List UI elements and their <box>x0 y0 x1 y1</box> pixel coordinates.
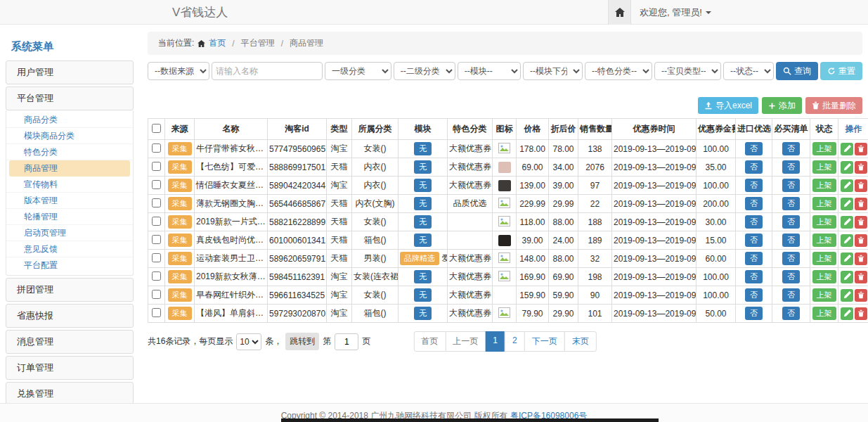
status-toggle[interactable]: 上架 <box>812 270 836 283</box>
filter-select[interactable]: --特色分类-- <box>585 62 652 80</box>
filter-select[interactable]: --二级分类-- <box>394 62 455 80</box>
breadcrumb-home-link[interactable]: 首页 <box>209 37 226 49</box>
sidebar-subitem[interactable]: 平台配置 <box>6 257 133 274</box>
edit-button[interactable] <box>841 198 853 210</box>
page-button[interactable]: 末页 <box>564 331 597 352</box>
row-checkbox[interactable] <box>152 180 161 189</box>
sidebar-item[interactable]: 用户管理 <box>6 60 134 84</box>
sidebar-subitem[interactable]: 商品管理 <box>9 160 130 177</box>
name-search-input[interactable] <box>212 62 323 80</box>
import-pick-toggle[interactable]: 否 <box>745 215 763 229</box>
row-checkbox[interactable] <box>152 217 161 226</box>
import-pick-toggle[interactable]: 否 <box>745 160 763 174</box>
import-pick-toggle[interactable]: 否 <box>745 197 763 210</box>
delete-button[interactable] <box>855 161 867 174</box>
sidebar-subitem[interactable]: 宣传物料 <box>6 177 133 193</box>
row-checkbox[interactable] <box>152 271 161 281</box>
page-button[interactable]: 1 <box>485 331 505 352</box>
row-checkbox[interactable] <box>152 162 161 171</box>
sidebar-subitem[interactable]: 特色分类 <box>6 144 133 160</box>
edit-button[interactable] <box>841 307 853 320</box>
import-pick-toggle[interactable]: 否 <box>745 179 763 192</box>
row-checkbox[interactable] <box>152 143 161 153</box>
jump-page-input[interactable] <box>335 333 358 350</box>
page-button[interactable]: 2 <box>505 331 525 352</box>
status-toggle[interactable]: 上架 <box>812 179 836 192</box>
sidebar-item[interactable]: 消息管理 <box>6 330 134 354</box>
select-all-checkbox[interactable] <box>152 124 161 133</box>
sidebar-subitem[interactable]: 模块商品分类 <box>6 128 133 144</box>
status-toggle[interactable]: 上架 <box>812 252 836 265</box>
must-buy-toggle[interactable]: 否 <box>782 215 800 229</box>
edit-button[interactable] <box>841 143 853 155</box>
sidebar-subitem[interactable]: 意见反馈 <box>6 241 133 257</box>
import-pick-toggle[interactable]: 否 <box>745 252 763 265</box>
delete-button[interactable] <box>855 179 867 192</box>
must-buy-toggle[interactable]: 否 <box>782 288 800 302</box>
edit-button[interactable] <box>841 271 853 283</box>
jump-button[interactable]: 跳转到 <box>285 333 319 350</box>
delete-button[interactable] <box>855 271 867 283</box>
sidebar-subitem[interactable]: 轮播管理 <box>6 209 133 225</box>
must-buy-toggle[interactable]: 否 <box>782 234 800 247</box>
batch-delete-button[interactable]: 批量删除 <box>805 97 862 114</box>
status-toggle[interactable]: 上架 <box>812 288 836 302</box>
import-pick-toggle[interactable]: 否 <box>745 270 763 283</box>
status-toggle[interactable]: 上架 <box>812 197 836 210</box>
page-button[interactable]: 上一页 <box>445 331 486 352</box>
sidebar-item[interactable]: 平台管理 <box>6 87 134 110</box>
edit-button[interactable] <box>841 289 853 302</box>
sidebar-subitem[interactable]: 启动页管理 <box>6 225 133 241</box>
import-pick-toggle[interactable]: 否 <box>745 142 763 155</box>
edit-button[interactable] <box>841 179 853 192</box>
delete-button[interactable] <box>855 198 867 210</box>
row-checkbox[interactable] <box>152 290 161 299</box>
filter-select[interactable]: --宝贝类型-- <box>654 62 721 80</box>
import-pick-toggle[interactable]: 否 <box>745 307 763 320</box>
status-toggle[interactable]: 上架 <box>812 307 836 320</box>
edit-button[interactable] <box>841 216 853 229</box>
sidebar-item[interactable]: 订单管理 <box>6 356 134 380</box>
delete-button[interactable] <box>855 216 867 229</box>
must-buy-toggle[interactable]: 否 <box>782 270 800 283</box>
add-button[interactable]: 添加 <box>762 97 802 114</box>
sidebar-subitem[interactable]: 版本管理 <box>6 193 133 209</box>
row-checkbox[interactable] <box>152 198 161 207</box>
filter-select[interactable]: --模块下分类-- <box>523 62 583 80</box>
status-toggle[interactable]: 上架 <box>812 234 836 247</box>
filter-select[interactable]: --数据来源-- <box>148 62 209 80</box>
must-buy-toggle[interactable]: 否 <box>782 197 800 210</box>
sidebar-item[interactable]: 兑换管理 <box>6 382 134 406</box>
sidebar-item[interactable]: 省惠快报 <box>6 304 134 328</box>
status-toggle[interactable]: 上架 <box>812 160 836 174</box>
row-checkbox[interactable] <box>152 253 161 262</box>
must-buy-toggle[interactable]: 否 <box>782 160 800 174</box>
must-buy-toggle[interactable]: 否 <box>782 179 800 192</box>
row-checkbox[interactable] <box>152 235 161 244</box>
reset-button[interactable]: 重置 <box>820 62 862 80</box>
sidebar-subitem[interactable]: 商品分类 <box>6 112 133 128</box>
user-menu[interactable]: 欢迎您, 管理员! <box>631 0 711 25</box>
filter-select[interactable]: --状态-- <box>723 62 774 80</box>
delete-button[interactable] <box>855 143 867 155</box>
delete-button[interactable] <box>855 234 867 247</box>
status-toggle[interactable]: 上架 <box>812 142 836 155</box>
import-excel-button[interactable]: 导入excel <box>698 97 758 114</box>
page-size-select[interactable]: 10 <box>236 333 261 350</box>
filter-select[interactable]: --模块-- <box>458 62 521 80</box>
home-button[interactable] <box>608 0 631 25</box>
delete-button[interactable] <box>855 289 867 302</box>
import-pick-toggle[interactable]: 否 <box>745 234 763 247</box>
delete-button[interactable] <box>855 307 867 320</box>
filter-select[interactable]: 一级分类 <box>325 62 391 80</box>
page-button[interactable]: 首页 <box>413 331 446 352</box>
import-pick-toggle[interactable]: 否 <box>745 288 763 302</box>
search-button[interactable]: 查询 <box>776 62 818 80</box>
delete-button[interactable] <box>855 252 867 265</box>
page-button[interactable]: 下一页 <box>524 331 565 352</box>
row-checkbox[interactable] <box>152 308 161 317</box>
sidebar-item[interactable]: 拼团管理 <box>6 278 134 302</box>
must-buy-toggle[interactable]: 否 <box>782 252 800 265</box>
status-toggle[interactable]: 上架 <box>812 215 836 229</box>
must-buy-toggle[interactable]: 否 <box>782 142 800 155</box>
